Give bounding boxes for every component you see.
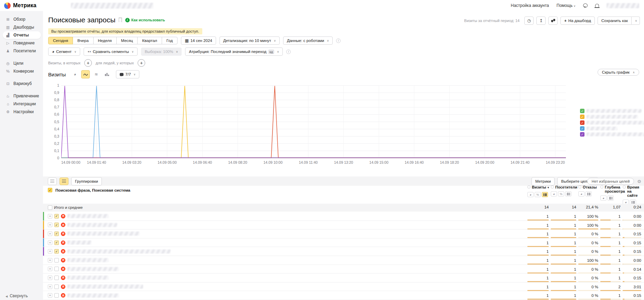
table-row[interactable]: +Я110 %10:15 — [43, 274, 644, 282]
how-to-use-link[interactable]: i Как использовать — [125, 18, 165, 22]
toggle-percent-icon[interactable]: % — [558, 191, 564, 196]
save-as-dropdown[interactable]: ∨ — [632, 17, 640, 25]
row-checkbox[interactable] — [54, 293, 59, 298]
legend-checkbox-icon[interactable]: ✓ — [580, 115, 584, 119]
save-as-button[interactable]: Сохранить как — [598, 17, 632, 25]
legend-checkbox-icon[interactable]: ✓ — [580, 126, 584, 131]
export-button[interactable]: ↥ — [536, 17, 546, 25]
date-picker-button[interactable]: ▦14 сен 2024 — [181, 36, 216, 45]
data-mode-dropdown[interactable]: Данные: с роботами∨ — [283, 36, 333, 45]
hide-chart-button[interactable]: Скрыть график∧ — [598, 69, 639, 76]
widgets-button[interactable] — [548, 17, 558, 25]
notifications-bell-icon[interactable] — [595, 4, 599, 7]
period-tab-месяц[interactable]: Месяц — [116, 37, 138, 44]
account-settings-link[interactable]: Настройка аккаунта — [511, 3, 549, 8]
column-header-label[interactable]: Отказы — [578, 185, 598, 189]
legend-item[interactable]: ✓ — [580, 120, 644, 125]
row-checkbox[interactable] — [54, 285, 59, 289]
sidebar-item-привлечение[interactable]: ♨Привлечение — [3, 92, 41, 100]
column-header-label[interactable]: Визиты▼ — [527, 185, 549, 190]
view-tree-button[interactable] — [60, 178, 68, 185]
chart-type-line-icon[interactable] — [81, 70, 90, 78]
metric-radio-icon[interactable] — [551, 185, 554, 189]
sidebar-item-вариокуб[interactable]: ⊡Вариокуб — [3, 80, 41, 87]
metric-radio-icon[interactable] — [600, 185, 603, 189]
row-checkbox[interactable]: ✓ — [54, 223, 59, 227]
table-row[interactable]: +✓Я11100 %10:00 — [43, 212, 644, 221]
sidebar-collapse-button[interactable]: ◀Свернуть — [6, 293, 28, 298]
legend-item[interactable]: ✓ — [580, 132, 644, 137]
sidebar-item-интеграции[interactable]: ⌂Интеграции — [3, 100, 41, 108]
expand-row-button[interactable]: + — [48, 285, 52, 289]
table-row[interactable]: +Я110 %10:14 — [43, 265, 644, 274]
detail-dropdown[interactable]: Детализация: по 10 минут∨ — [219, 36, 280, 45]
table-row[interactable]: +Я110 %23:01 — [43, 282, 644, 291]
sidebar-item-дашборды[interactable]: ▥Дашборды — [3, 23, 41, 31]
sidebar-item-обзор[interactable]: ⊞Обзор — [3, 15, 41, 23]
row-checkbox[interactable]: ✓ — [54, 214, 59, 218]
expand-row-button[interactable]: + — [48, 249, 52, 254]
chart-type-area-icon[interactable]: ≋ — [92, 70, 100, 78]
toggle-pie-icon[interactable]: ◕ — [527, 192, 534, 197]
expand-row-button[interactable]: + — [48, 276, 52, 280]
column-header-label[interactable]: Время на сайте — [623, 185, 641, 197]
totals-checkbox[interactable] — [48, 205, 52, 210]
toggle-pie-icon[interactable]: ◕ — [600, 195, 607, 201]
counter-selector-blurred[interactable] — [71, 3, 153, 9]
toggle-bars-icon[interactable] — [608, 195, 614, 201]
period-tab-год[interactable]: Год — [162, 37, 178, 44]
period-tab-квартал[interactable]: Квартал — [137, 37, 162, 44]
toggle-pie-icon[interactable]: ◕ — [551, 191, 557, 196]
dimension-select-checkbox[interactable]: ✓ — [48, 188, 52, 192]
compare-segments-dropdown[interactable]: ◖◗Сравнить сегменты∨ — [84, 47, 138, 56]
history-clock-button[interactable]: ◷ — [524, 17, 534, 25]
legend-item[interactable]: ✓ — [580, 115, 644, 119]
table-row[interactable]: +✓Я110 %10:15 — [43, 229, 644, 238]
period-tab-неделя[interactable]: Неделя — [93, 37, 117, 44]
annotations-dropdown[interactable]: 7/7 ∨ — [116, 70, 139, 78]
sampling-dropdown[interactable]: Выборка: 100%∨ — [141, 47, 182, 56]
row-checkbox[interactable]: ✓ — [54, 249, 59, 254]
row-checkbox[interactable]: ✓ — [54, 240, 59, 245]
user-account-blurred[interactable] — [607, 3, 639, 8]
sidebar-item-цели[interactable]: ◎Цели — [3, 60, 41, 67]
legend-item[interactable]: ✓ — [580, 126, 644, 131]
legend-checkbox-icon[interactable]: ✓ — [580, 120, 584, 125]
attribution-dropdown[interactable]: Атрибуция: Последний значимый переходкд∨ — [185, 47, 283, 56]
chart-type-pie-icon[interactable]: ◕ — [71, 70, 79, 78]
expand-row-button[interactable]: + — [48, 267, 52, 271]
bookmark-icon[interactable] — [119, 18, 122, 22]
toggle-bars-icon[interactable] — [542, 192, 548, 197]
expand-row-button[interactable]: + — [48, 214, 52, 218]
help-menu[interactable]: Помощь∨ — [557, 3, 576, 8]
column-header-label[interactable]: Глубина просмотра — [600, 185, 621, 193]
add-people-filter-button[interactable]: + — [138, 59, 145, 67]
metric-radio-icon[interactable] — [527, 185, 530, 189]
toggle-bars-icon[interactable] — [586, 191, 592, 196]
expand-row-button[interactable]: + — [48, 223, 52, 227]
sidebar-item-конверсии[interactable]: %Конверсии — [3, 67, 41, 75]
sidebar-item-настройки[interactable]: ⚙Настройки — [3, 108, 41, 116]
legend-checkbox-icon[interactable]: ✓ — [580, 109, 584, 113]
info-icon[interactable]: i — [336, 39, 341, 43]
expand-row-button[interactable]: + — [48, 232, 52, 236]
period-tab-вчера[interactable]: Вчера — [73, 37, 93, 44]
period-tab-сегодня[interactable]: Сегодня — [48, 37, 73, 44]
legend-checkbox-icon[interactable]: ✓ — [580, 132, 584, 137]
segment-dropdown[interactable]: ◕Сегмент∨ — [48, 47, 80, 56]
table-row[interactable]: +✓Я110 %10:15 — [43, 247, 644, 256]
metrics-button[interactable]: Метрики — [532, 177, 555, 185]
sidebar-item-поведение[interactable]: ▷Поведение — [3, 39, 41, 47]
row-checkbox[interactable] — [54, 258, 59, 262]
add-to-dashboard-button[interactable]: +На дашборд — [560, 17, 595, 25]
table-row[interactable]: +✓Я110 %10:15 — [43, 238, 644, 247]
expand-row-button[interactable]: + — [48, 293, 52, 298]
sidebar-item-посетители[interactable]: ♟Посетители — [3, 47, 41, 55]
sidebar-item-отчеты[interactable]: ▟Отчеты — [3, 31, 41, 39]
toggle-bars-icon[interactable] — [565, 191, 571, 196]
chart-type-columns-icon[interactable] — [103, 70, 111, 78]
column-header-label[interactable]: Посетители — [551, 185, 576, 189]
table-row[interactable]: +Я11100 %10:00 — [43, 256, 644, 265]
table-row[interactable]: +Я110 %10:15 — [43, 291, 644, 300]
legend-item[interactable]: ✓ — [580, 109, 644, 113]
